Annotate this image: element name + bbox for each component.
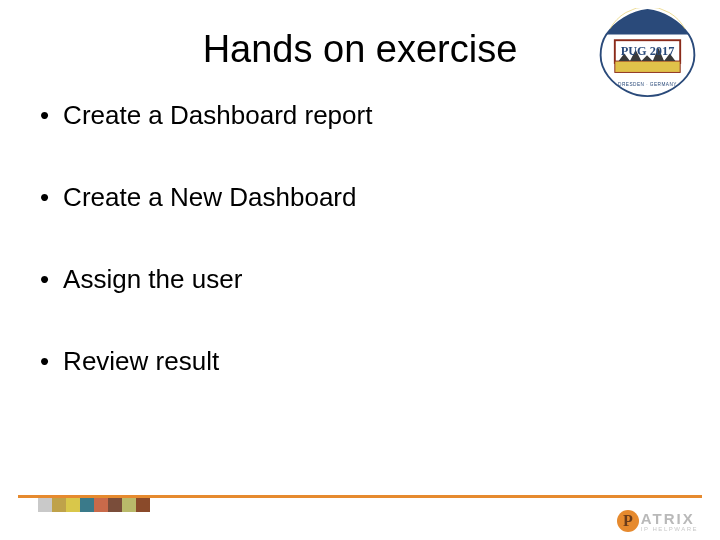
footer-squares <box>38 498 150 512</box>
color-square <box>52 498 66 512</box>
bullet-icon: • <box>40 99 49 131</box>
bullet-text: Create a Dashboard report <box>63 99 372 131</box>
bullet-text: Create a New Dashboard <box>63 181 356 213</box>
color-square <box>94 498 108 512</box>
color-square <box>80 498 94 512</box>
slide: PUG 2017 DRESDEN · GERMANY Hands on exer… <box>0 0 720 540</box>
color-square <box>136 498 150 512</box>
color-square <box>122 498 136 512</box>
logo-subtitle: IP HELPWARE <box>641 526 698 532</box>
slide-content: • Create a Dashboard report • Create a N… <box>0 99 720 377</box>
color-square <box>38 498 52 512</box>
badge-label: PUG 2017 <box>621 44 675 58</box>
bullet-text: Review result <box>63 345 219 377</box>
bullet-icon: • <box>40 345 49 377</box>
color-square <box>108 498 122 512</box>
logo-text: ATRIX IP HELPWARE <box>641 511 698 532</box>
logo-mark-icon: P <box>617 510 639 532</box>
badge-icon: PUG 2017 DRESDEN · GERMANY <box>595 8 700 98</box>
brand-logo: P ATRIX IP HELPWARE <box>617 510 698 532</box>
svg-rect-1 <box>615 61 680 72</box>
logo-mark-letter: P <box>623 512 633 530</box>
color-square <box>66 498 80 512</box>
bullet-text: Assign the user <box>63 263 242 295</box>
badge-location: DRESDEN · GERMANY <box>618 82 677 87</box>
logo-brand: ATRIX <box>641 511 698 526</box>
list-item: • Assign the user <box>40 263 680 295</box>
slide-title: Hands on exercise <box>90 28 630 71</box>
list-item: • Create a Dashboard report <box>40 99 680 131</box>
list-item: • Review result <box>40 345 680 377</box>
bullet-icon: • <box>40 263 49 295</box>
list-item: • Create a New Dashboard <box>40 181 680 213</box>
event-badge: PUG 2017 DRESDEN · GERMANY <box>595 8 700 98</box>
bullet-icon: • <box>40 181 49 213</box>
